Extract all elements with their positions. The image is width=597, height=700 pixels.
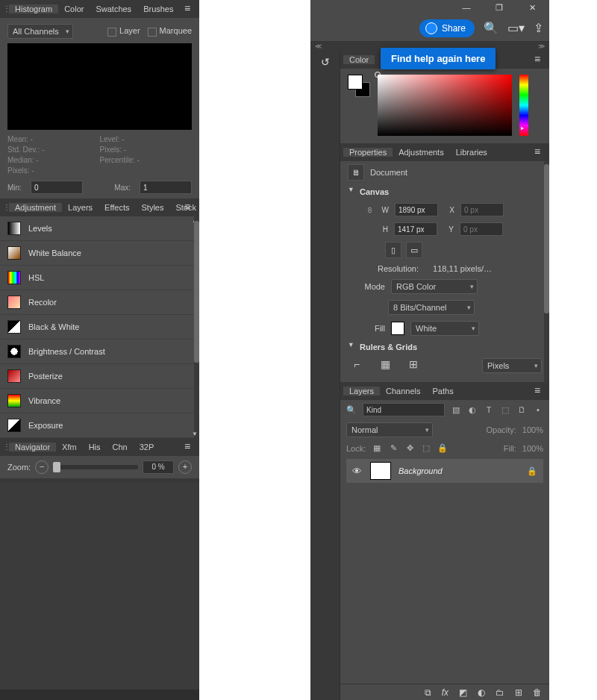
height-input[interactable] bbox=[394, 222, 437, 236]
grip-icon[interactable]: ⋮⋮ bbox=[3, 438, 9, 456]
orient-portrait-button[interactable]: ▯ bbox=[385, 242, 401, 258]
adjustment-levels[interactable]: Levels bbox=[0, 216, 199, 241]
tab-his[interactable]: His bbox=[83, 443, 107, 451]
tab-color[interactable]: Color bbox=[343, 55, 375, 64]
tab-xfm[interactable]: Xfm bbox=[56, 443, 83, 451]
ruler-unit-dropdown[interactable]: Pixels bbox=[482, 358, 542, 373]
ruler-icon[interactable]: ⌐ bbox=[348, 358, 366, 373]
rulers-section[interactable]: ▸Rulers & Grids bbox=[340, 339, 549, 355]
panel-menu-icon[interactable]: ≡ bbox=[184, 441, 195, 451]
layer-fill-value[interactable]: 100% bbox=[522, 444, 543, 453]
tab-histogram[interactable]: Histogram bbox=[9, 4, 58, 13]
color-field[interactable] bbox=[378, 75, 512, 136]
tab-channels[interactable]: Channels bbox=[380, 387, 426, 396]
width-input[interactable] bbox=[395, 203, 438, 216]
filter-adjust-icon[interactable]: ◐ bbox=[467, 405, 478, 415]
adjustment-scrollbar[interactable] bbox=[194, 216, 199, 438]
new-group-icon[interactable]: 🗀 bbox=[496, 687, 504, 698]
layer-mask-icon[interactable]: ◩ bbox=[459, 687, 467, 698]
tab-swatches[interactable]: Swatches bbox=[90, 4, 137, 13]
marquee-checkbox[interactable]: Marquee bbox=[148, 26, 192, 36]
grid-icon[interactable]: ▦ bbox=[376, 358, 394, 373]
adjustment-exposure[interactable]: Exposure bbox=[0, 413, 199, 438]
search-icon[interactable]: 🔍 bbox=[484, 21, 498, 35]
share-button[interactable]: Share bbox=[419, 19, 475, 37]
layer-thumbnail[interactable] bbox=[370, 462, 391, 480]
filter-search-icon[interactable]: 🔍 bbox=[346, 405, 357, 415]
lock-artboard-icon[interactable]: ⬚ bbox=[421, 443, 431, 453]
tab-adjustments[interactable]: Adjustments bbox=[393, 148, 450, 157]
tab-styles[interactable]: Styles bbox=[136, 203, 170, 212]
link-layers-icon[interactable]: ⧉ bbox=[425, 687, 431, 698]
properties-scrollbar[interactable] bbox=[544, 161, 549, 382]
tab-32p[interactable]: 32P bbox=[134, 443, 160, 451]
adjustment-recolor[interactable]: Recolor bbox=[0, 290, 199, 315]
close-button[interactable]: ✕ bbox=[522, 1, 542, 14]
tab-layers[interactable]: Layers bbox=[343, 387, 380, 396]
export-icon[interactable]: ⇪ bbox=[534, 21, 543, 35]
zoom-value[interactable]: 0 % bbox=[143, 460, 174, 474]
workspace-icon[interactable]: ▭▾ bbox=[507, 21, 525, 35]
grip-icon[interactable]: ⋮⋮ bbox=[3, 0, 9, 18]
collapse-right-icon[interactable]: ≫ bbox=[538, 42, 545, 51]
link-dimensions-icon[interactable]: 𝟾 bbox=[367, 205, 372, 215]
adjustment-vibrance[interactable]: Vibrance bbox=[0, 389, 199, 413]
lock-position-icon[interactable]: ✥ bbox=[404, 443, 415, 453]
max-input[interactable] bbox=[140, 181, 192, 194]
adjustment-brightness-contrast[interactable]: Brightness / Contrast bbox=[0, 340, 199, 364]
layer-name[interactable]: Background bbox=[398, 466, 519, 475]
fill-dropdown[interactable]: White bbox=[410, 321, 479, 336]
tab-adjustment[interactable]: Adjustment bbox=[9, 203, 62, 212]
restore-button[interactable]: ❐ bbox=[490, 1, 509, 14]
adjustment-hsl[interactable]: HSL bbox=[0, 266, 199, 290]
fill-swatch[interactable] bbox=[391, 322, 404, 335]
visibility-icon[interactable]: 👁 bbox=[352, 466, 363, 477]
tab-properties[interactable]: Properties bbox=[343, 148, 393, 157]
adjustment-black-white[interactable]: Black & White bbox=[0, 315, 199, 340]
tab-brushes[interactable]: Brushes bbox=[137, 4, 179, 13]
panel-menu-icon[interactable]: ≡ bbox=[184, 3, 195, 13]
channel-dropdown[interactable]: All Channels bbox=[7, 24, 73, 39]
tab-color[interactable]: Color bbox=[58, 4, 90, 13]
tab-navigator[interactable]: Navigator bbox=[9, 443, 56, 451]
blend-mode-dropdown[interactable]: Normal bbox=[346, 422, 433, 437]
lock-icon[interactable]: 🔒 bbox=[527, 466, 537, 476]
filter-smart-icon[interactable]: 🗋 bbox=[516, 405, 527, 414]
opacity-value[interactable]: 100% bbox=[522, 425, 543, 434]
delete-layer-icon[interactable]: 🗑 bbox=[533, 687, 542, 698]
filter-shape-icon[interactable]: ⬚ bbox=[500, 405, 510, 415]
grip-icon[interactable]: ⋮⋮ bbox=[3, 199, 9, 216]
color-mode-dropdown[interactable]: RGB Color bbox=[391, 279, 478, 294]
layer-filter-input[interactable] bbox=[363, 403, 445, 416]
panel-menu-icon[interactable]: ≡ bbox=[534, 54, 545, 64]
bit-depth-dropdown[interactable]: 8 Bits/Channel bbox=[388, 300, 475, 315]
panel-menu-icon[interactable]: ≡ bbox=[534, 385, 545, 396]
filter-toggle-icon[interactable]: • bbox=[533, 405, 543, 414]
zoom-out-button[interactable]: − bbox=[35, 460, 49, 474]
tab-libraries[interactable]: Libraries bbox=[450, 148, 493, 157]
panel-menu-icon[interactable]: ≡ bbox=[184, 201, 195, 212]
tab-effects[interactable]: Effects bbox=[99, 203, 135, 212]
guides-icon[interactable]: ⊞ bbox=[404, 358, 422, 373]
canvas-section[interactable]: ▸Canvas bbox=[340, 184, 549, 200]
foreground-background-swatch[interactable] bbox=[348, 75, 370, 97]
lock-pixels-icon[interactable]: ✎ bbox=[388, 443, 398, 453]
layer-checkbox[interactable]: Layer bbox=[107, 26, 140, 36]
lock-all-icon[interactable]: 🔒 bbox=[437, 443, 448, 453]
min-input[interactable] bbox=[31, 181, 83, 194]
new-layer-icon[interactable]: ⊞ bbox=[515, 687, 522, 698]
new-fill-adj-icon[interactable]: ◐ bbox=[478, 687, 485, 698]
tab-paths[interactable]: Paths bbox=[427, 387, 460, 396]
layer-row[interactable]: 👁 Background 🔒 bbox=[346, 459, 543, 483]
scroll-down-icon[interactable]: ▼ bbox=[192, 431, 198, 437]
orient-landscape-button[interactable]: ▭ bbox=[406, 242, 422, 258]
minimize-button[interactable]: — bbox=[457, 1, 476, 14]
tab-chn[interactable]: Chn bbox=[107, 443, 134, 451]
panel-menu-icon[interactable]: ≡ bbox=[534, 146, 545, 157]
history-tool-icon[interactable]: ↺ bbox=[310, 51, 340, 73]
collapse-left-icon[interactable]: ≪ bbox=[315, 42, 322, 51]
filter-image-icon[interactable]: ▧ bbox=[451, 405, 461, 415]
foreground-swatch[interactable] bbox=[348, 75, 363, 90]
adjustment-white-balance[interactable]: White Balance bbox=[0, 241, 199, 266]
zoom-slider[interactable] bbox=[53, 465, 138, 469]
